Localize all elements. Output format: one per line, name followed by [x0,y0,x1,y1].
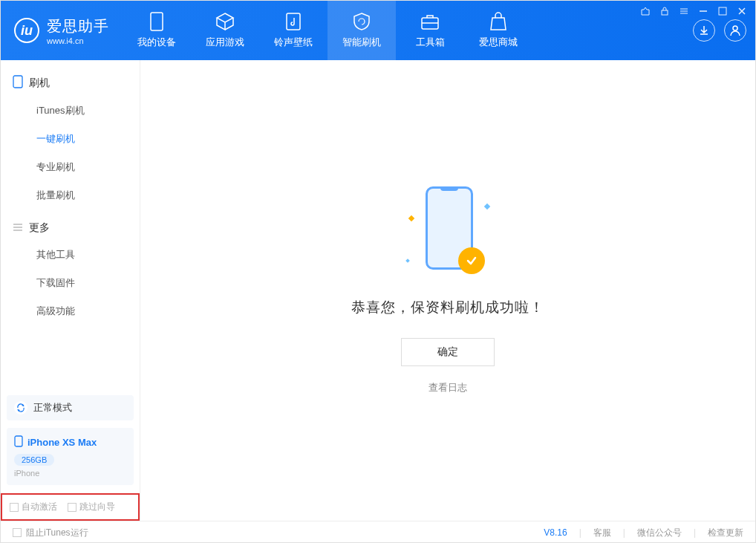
nav-flash[interactable]: 智能刷机 [328,1,396,60]
skip-guide-checkbox[interactable]: 跳过向导 [68,501,115,513]
user-button[interactable] [724,19,746,42]
main-content: 恭喜您，保资料刷机成功啦！ 确定 查看日志 [140,60,755,521]
app-logo-icon: iu [14,18,39,43]
footer-bar: 阻止iTunes运行 V8.16 | 客服 | 微信公众号 | 检查更新 [1,521,755,543]
nav-apps[interactable]: 应用游戏 [191,1,259,60]
sparkle-icon [484,204,490,209]
device-info-row[interactable]: iPhone XS Max 256GB iPhone [7,428,134,485]
success-message: 恭喜您，保资料刷机成功啦！ [351,298,544,317]
version-label: V8.16 [544,527,567,538]
nav-store[interactable]: 爱思商城 [464,1,532,60]
minimize-button[interactable] [698,6,708,16]
checkbox-icon [68,503,76,512]
app-logo-block: iu 爱思助手 www.i4.cn [1,1,123,60]
checkbox-icon [10,503,19,512]
app-subtitle: www.i4.cn [47,36,109,45]
list-icon [13,222,23,235]
sidebar-head-flash: 刷机 [1,69,140,97]
view-log-link[interactable]: 查看日志 [428,381,467,394]
phone-outline-icon [13,75,23,91]
sidebar: 刷机 iTunes刷机 一键刷机 专业刷机 批量刷机 更多 其他工具 下载固件 … [1,60,140,521]
success-check-icon [458,247,485,274]
device-name-label: iPhone XS Max [27,437,97,448]
nav-label: 我的设备 [137,36,176,49]
block-itunes-checkbox[interactable]: 阻止iTunes运行 [13,527,88,539]
top-nav: 我的设备 应用游戏 铃声壁纸 智能刷机 工具箱 爱思商城 [123,1,532,60]
download-button[interactable] [693,19,715,42]
sync-icon [14,401,27,414]
sparkle-icon [405,259,410,263]
check-update-link[interactable]: 检查更新 [708,527,743,539]
briefcase-icon [420,12,440,31]
shield-refresh-icon [352,12,371,31]
nav-toolbox[interactable]: 工具箱 [396,1,464,60]
music-file-icon [284,12,303,31]
cube-icon [215,12,235,31]
nav-ringtone[interactable]: 铃声壁纸 [259,1,328,60]
support-link[interactable]: 客服 [593,527,611,539]
menu-icon[interactable] [679,6,689,16]
close-button[interactable] [737,6,747,16]
sidebar-item-oneclick-flash[interactable]: 一键刷机 [1,125,140,153]
sidebar-item-advanced[interactable]: 高级功能 [1,297,140,325]
phone-icon [147,12,166,31]
sidebar-item-download-firmware[interactable]: 下载固件 [1,269,140,297]
svg-rect-5 [719,7,726,15]
svg-rect-6 [13,76,22,88]
sidebar-item-itunes-flash[interactable]: iTunes刷机 [1,97,140,125]
app-header: iu 爱思助手 www.i4.cn 我的设备 应用游戏 铃声壁纸 智能刷机 工具… [1,1,755,60]
svg-rect-1 [287,13,300,30]
sparkle-icon [408,215,414,221]
ok-button[interactable]: 确定 [401,338,495,366]
sidebar-item-batch-flash[interactable]: 批量刷机 [1,181,140,209]
nav-my-device[interactable]: 我的设备 [123,1,191,60]
body-area: 刷机 iTunes刷机 一键刷机 专业刷机 批量刷机 更多 其他工具 下载固件 … [1,60,755,521]
lock-icon[interactable] [659,6,670,16]
svg-point-3 [733,26,737,30]
device-panel: 正常模式 iPhone XS Max 256GB iPhone [7,395,134,485]
device-type-label: iPhone [14,469,126,478]
nav-label: 智能刷机 [342,36,381,49]
success-illustration [403,186,492,276]
flash-options-row: 自动激活 跳过向导 [1,493,140,521]
shopping-bag-icon [489,12,508,31]
theme-icon[interactable] [640,6,651,16]
sidebar-item-pro-flash[interactable]: 专业刷机 [1,153,140,181]
auto-activate-checkbox[interactable]: 自动激活 [10,501,57,513]
svg-rect-7 [15,436,22,446]
maximize-button[interactable] [717,6,728,16]
window-controls [640,6,747,16]
device-storage-pill: 256GB [14,454,54,466]
checkbox-icon [13,528,22,537]
nav-label: 爱思商城 [479,36,518,49]
nav-label: 应用游戏 [206,36,244,49]
svg-rect-0 [151,13,163,30]
device-mode-row[interactable]: 正常模式 [7,395,134,420]
nav-label: 工具箱 [416,36,445,49]
svg-rect-4 [662,10,668,15]
app-title: 爱思助手 [47,16,109,36]
sidebar-head-more: 更多 [1,215,140,241]
device-mode-label: 正常模式 [33,401,72,414]
sidebar-item-other-tools[interactable]: 其他工具 [1,241,140,269]
device-phone-icon [14,435,23,449]
wechat-link[interactable]: 微信公众号 [637,527,682,539]
nav-label: 铃声壁纸 [274,36,313,49]
